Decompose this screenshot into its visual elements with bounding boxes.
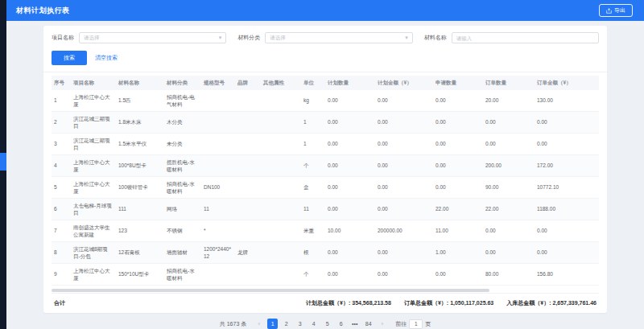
table-cell: * [201, 224, 235, 236]
prev-page-button[interactable]: ‹ [254, 320, 263, 327]
table-cell: 200000.00 [375, 224, 433, 236]
page-header: 材料计划执行表 导出 [6, 0, 644, 21]
table-cell: 1 [301, 138, 325, 150]
table-cell [235, 185, 261, 190]
table-cell: 不锈钢 [164, 224, 201, 236]
table-cell: 156.80 [535, 268, 584, 280]
project-name-select[interactable]: 请选择 ▾ [79, 32, 226, 43]
column-header: 计划金额（¥） [375, 76, 433, 90]
table-cell: 0.00 [483, 116, 535, 128]
table-cell [201, 142, 235, 146]
table-cell: 0.00 [325, 268, 375, 280]
summary-totals: 计划总金额（¥）:354,568,213.58订单总金额（¥）:1,050,11… [306, 299, 597, 307]
page-button[interactable]: 2 [281, 319, 291, 329]
table-cell: 0.00 [433, 181, 483, 193]
material-category-select[interactable]: 请选择 ▾ [265, 32, 412, 43]
materials-table: 序号项目名称材料名称材料分类规格型号品牌其他属性单位计划数量计划金额（¥）申请数… [52, 76, 599, 286]
table-cell: 123 [116, 224, 164, 236]
page-button[interactable]: 5 [322, 319, 332, 329]
table-cell: 个 [301, 268, 325, 280]
table-cell [235, 272, 261, 277]
table-cell: 80.00 [483, 268, 535, 280]
table-cell: 1200*2440*12 [201, 243, 235, 262]
table-cell: 100*8U型卡 [116, 159, 164, 171]
table-cell: 上海松江中心大厦 [71, 156, 116, 175]
filter-category: 材料分类 请选择 ▾ [237, 32, 412, 43]
filter-bar: 项目名称 请选择 ▾ 材料分类 请选择 ▾ 材料名称 [52, 32, 599, 43]
table-cell: 22.00 [483, 203, 535, 215]
table-cell: 0.00 [325, 94, 375, 106]
table-cell: 150*10U型卡 [116, 268, 164, 280]
table-cell: 0.00 [325, 246, 375, 258]
pagination-total: 共 1673 条 [220, 320, 246, 328]
table-cell: 0.00 [433, 138, 483, 150]
chevron-down-icon: ▾ [219, 35, 222, 40]
sidebar-active-indicator [0, 153, 6, 171]
table-cell: 网络 [164, 203, 201, 215]
pagination-pages: 123456•••84 [267, 319, 374, 329]
table-cell: kg [301, 94, 325, 106]
horizontal-scrollbar-thumb[interactable] [52, 289, 489, 292]
material-name-input[interactable] [452, 32, 599, 43]
table-cell: 0.00 [375, 246, 433, 258]
table-cell: 11 [301, 203, 325, 215]
table-cell: 0.00 [535, 116, 584, 128]
table-cell: 0.00 [375, 94, 433, 106]
table-cell: 1 [301, 116, 325, 128]
next-page-button[interactable]: › [378, 320, 386, 327]
material-name-label: 材料名称 [424, 34, 447, 42]
table-cell [235, 228, 261, 233]
table-cell [235, 207, 261, 212]
page-button[interactable]: 84 [363, 319, 374, 329]
table-cell: 招商机电-电气材料 [164, 91, 201, 110]
table-row: 1上海松江中心大厦1.5匹招商机电-电气材料kg0.000.000.0020.0… [52, 90, 599, 112]
table-cell: 0.00 [483, 138, 535, 150]
table-row: 5上海松江中心大厦100镀锌管卡招商机电-水暖材料DN100盒0.000.000… [52, 177, 599, 199]
table-cell: 0.00 [325, 203, 375, 215]
export-button[interactable]: 导出 [599, 4, 633, 17]
page-button[interactable]: 4 [308, 319, 319, 329]
material-category-label: 材料分类 [237, 34, 260, 42]
table-cell: 1.00 [433, 246, 483, 258]
page-title: 材料计划执行表 [16, 6, 70, 16]
table-header-row: 序号项目名称材料名称材料分类规格型号品牌其他属性单位计划数量计划金额（¥）申请数… [52, 76, 599, 90]
table-cell [261, 228, 301, 233]
column-header: 计划数量 [325, 76, 375, 90]
table-cell: 6 [52, 203, 71, 215]
table-row: 2滨江花城三期项目1.8米木床木分类10.000.000.000.000.00 [52, 112, 599, 134]
table-cell: 1 [52, 94, 71, 106]
table-cell: 0.00 [375, 268, 433, 280]
table-cell: 滨江花城三期项目 [71, 113, 116, 132]
column-header: 品牌 [235, 76, 261, 90]
table-cell: 8 [52, 246, 71, 258]
table-cell: 5 [52, 181, 71, 193]
table-cell: 未分类 [164, 138, 201, 150]
project-select-placeholder: 请选择 [84, 35, 100, 42]
page-button[interactable]: 3 [295, 319, 305, 329]
table-cell: DN100 [201, 181, 235, 193]
search-button[interactable]: 搜索 [52, 51, 87, 65]
page-button[interactable]: 6 [336, 319, 346, 329]
page-ellipsis[interactable]: ••• [349, 319, 360, 329]
table-cell: 10772.10 [535, 181, 584, 193]
page-button[interactable]: 1 [267, 319, 278, 329]
project-name-label: 项目名称 [52, 34, 74, 42]
clear-search-button[interactable]: 清空搜索 [95, 54, 118, 62]
goto-suffix: 页 [425, 320, 431, 328]
table-cell: 招商机电-水暖材料 [164, 265, 201, 284]
table-cell: 0.00 [325, 159, 375, 171]
content-card: 项目名称 请选择 ▾ 材料分类 请选择 ▾ 材料名称 搜索 清空搜索 [43, 26, 607, 313]
table-cell: 滨江花城8期项目-分包 [71, 243, 116, 262]
column-header: 规格型号 [201, 76, 235, 90]
table-cell: 0.00 [375, 159, 433, 171]
collapsed-sidebar[interactable] [0, 0, 6, 329]
table-cell: 10.00 [325, 224, 375, 236]
column-header: 其他属性 [261, 76, 301, 90]
goto-page-input[interactable] [409, 319, 423, 329]
filter-actions: 搜索 清空搜索 [52, 51, 599, 65]
table-cell: 滨江花城三期项目 [71, 134, 116, 154]
table-cell: 100镀锌管卡 [116, 181, 164, 193]
export-icon [606, 8, 612, 14]
table-cell: 0.00 [535, 138, 584, 150]
filter-project: 项目名称 请选择 ▾ [52, 32, 226, 43]
